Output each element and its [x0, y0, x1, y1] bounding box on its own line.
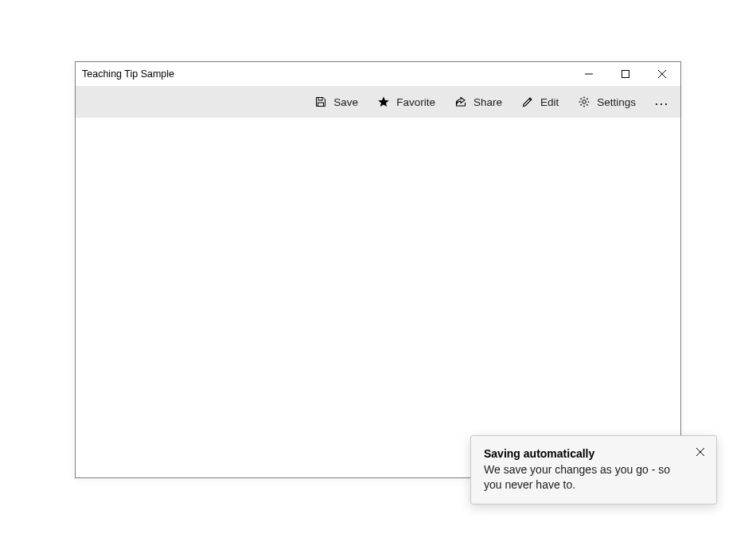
overflow-button[interactable] [645, 86, 677, 118]
favorite-button[interactable]: Favorite [368, 86, 445, 118]
svg-point-9 [661, 103, 662, 105]
favorite-label: Favorite [396, 96, 435, 108]
minimize-icon [585, 70, 593, 78]
save-button[interactable]: Save [305, 86, 368, 118]
close-icon [696, 446, 704, 458]
svg-rect-5 [318, 103, 324, 107]
settings-label: Settings [597, 96, 636, 108]
window-controls [571, 62, 680, 86]
teaching-tip-close-button[interactable] [692, 444, 708, 460]
application-window: Teaching Tip Sample [75, 61, 681, 478]
content-area [76, 118, 680, 477]
window-title: Teaching Tip Sample [82, 68, 174, 80]
save-label: Save [333, 96, 358, 108]
share-icon [454, 95, 467, 108]
teaching-tip-body: We save your changes as you go - so you … [484, 462, 688, 493]
more-icon [655, 95, 668, 108]
star-icon [377, 95, 390, 108]
titlebar: Teaching Tip Sample [76, 62, 680, 86]
teaching-tip-title: Saving automatically [484, 447, 688, 460]
settings-button[interactable]: Settings [568, 86, 645, 118]
command-bar: Save Favorite Share [76, 86, 680, 118]
close-icon [658, 70, 666, 78]
svg-point-7 [583, 100, 586, 104]
svg-point-10 [665, 103, 667, 105]
save-icon [314, 95, 327, 108]
svg-rect-4 [318, 98, 322, 101]
teaching-tip: Saving automatically We save your change… [470, 435, 717, 504]
maximize-button[interactable] [607, 62, 644, 86]
gear-icon [578, 95, 590, 108]
maximize-icon [622, 70, 629, 78]
svg-rect-1 [622, 71, 629, 78]
edit-label: Edit [540, 96, 559, 108]
edit-icon [521, 95, 534, 108]
edit-button[interactable]: Edit [512, 86, 568, 118]
share-label: Share [473, 96, 502, 108]
share-button[interactable]: Share [445, 86, 512, 118]
close-button[interactable] [644, 62, 680, 86]
minimize-button[interactable] [571, 62, 607, 86]
svg-point-8 [656, 103, 657, 105]
